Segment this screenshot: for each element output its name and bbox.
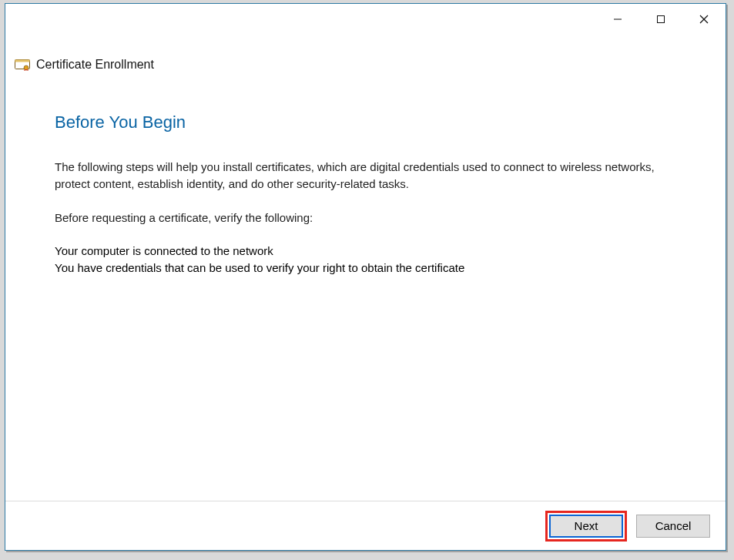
close-icon [699,15,709,24]
cancel-button[interactable]: Cancel [636,515,710,538]
next-button[interactable]: Next [549,515,623,538]
intro-paragraph: The following steps will help you instal… [55,159,676,193]
svg-rect-1 [658,16,665,23]
dialog-header: Certificate Enrollment [5,58,726,75]
window-controls [596,4,726,35]
requirement-network: Your computer is connected to the networ… [55,243,676,260]
minimize-button[interactable] [596,4,639,35]
maximize-button[interactable] [639,4,682,35]
maximize-icon [656,15,665,24]
close-button[interactable] [682,4,726,35]
verify-intro: Before requesting a certificate, verify … [55,210,676,226]
dialog-footer: Next Cancel [5,501,726,550]
dialog-title: Certificate Enrollment [36,58,154,72]
minimize-icon [613,15,622,24]
content-area: Before You Begin The following steps wil… [5,85,726,499]
titlebar [5,4,726,44]
dialog-window: Certificate Enrollment Before You Begin … [5,3,726,551]
requirement-credentials: You have credentials that can be used to… [55,260,676,277]
page-heading: Before You Begin [55,112,676,132]
certificate-enrollment-icon [15,59,30,71]
svg-rect-5 [15,60,30,62]
annotation-highlight: Next [545,511,627,542]
